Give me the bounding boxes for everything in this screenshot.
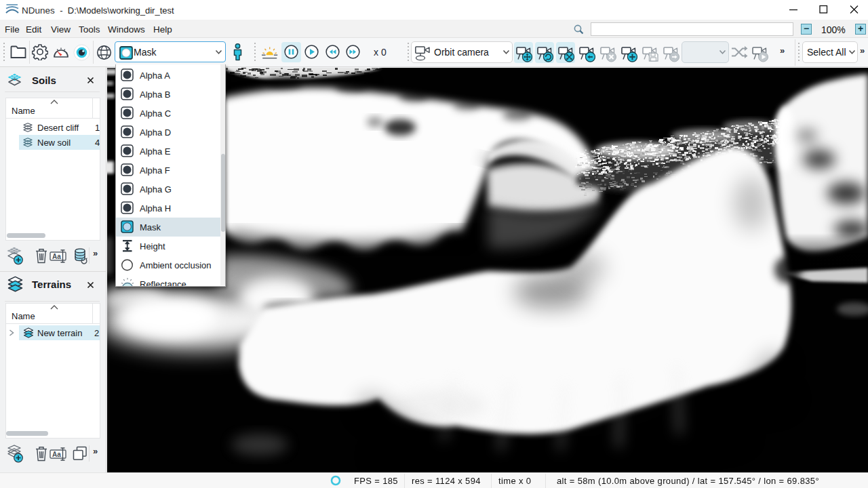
- svg-text:Aa: Aa: [52, 253, 61, 260]
- svg-text:Aa: Aa: [52, 451, 61, 458]
